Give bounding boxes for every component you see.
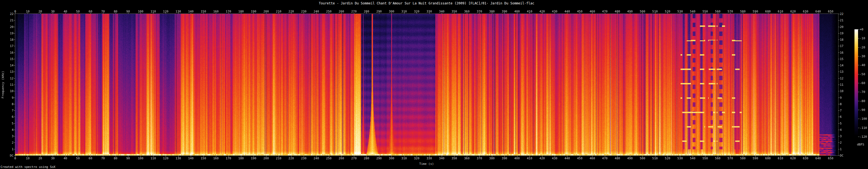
y-tick-label-right: 5 — [840, 122, 842, 125]
axis-tick — [617, 12, 618, 14]
axis-tick — [529, 12, 530, 14]
axis-tick — [28, 156, 28, 157]
x-tick-label-bottom: 450 — [574, 157, 586, 160]
x-tick-label-bottom: 420 — [536, 157, 548, 160]
axis-tick — [379, 12, 379, 14]
axis-tick — [858, 92, 860, 92]
axis-tick — [14, 117, 15, 117]
colorbar-unit-label: dBFS — [857, 143, 864, 146]
axis-tick — [228, 156, 229, 157]
x-tick-label-bottom: 330 — [423, 157, 435, 160]
x-tick-label-bottom: 350 — [448, 157, 460, 160]
axis-tick — [14, 85, 15, 85]
colorbar-tick-label: +0 — [860, 28, 863, 31]
axis-tick — [492, 12, 492, 14]
axis-tick — [191, 156, 191, 157]
colorbar-tick-label: -110 — [860, 126, 867, 130]
x-tick-label-bottom: 180 — [235, 157, 247, 160]
x-tick-label-bottom: 580 — [737, 157, 749, 160]
axis-tick — [492, 156, 492, 157]
axis-tick — [858, 65, 860, 65]
axis-tick — [806, 156, 806, 157]
axis-tick — [216, 156, 216, 157]
axis-tick — [329, 12, 329, 14]
frequency-axis-label: Frequency (kHz) — [1, 71, 5, 98]
x-tick-label-bottom: 320 — [410, 157, 423, 160]
x-tick-label-bottom: 610 — [774, 157, 786, 160]
axis-tick — [780, 12, 781, 14]
axis-tick — [153, 12, 154, 14]
x-tick-label-bottom: 100 — [134, 157, 147, 160]
chart-title: Tourette - Jardin Du Sommeil Chant D'Amo… — [319, 1, 534, 5]
credit-text: Created with spectro using SoX — [1, 165, 56, 169]
y-tick-label-right: 10 — [840, 89, 843, 93]
y-tick-label-right: 15 — [840, 57, 843, 61]
y-tick-label-left: 7 — [3, 109, 13, 112]
x-tick-label-bottom: 130 — [172, 157, 184, 160]
axis-tick — [15, 12, 16, 14]
axis-tick — [266, 156, 267, 157]
x-tick-label-bottom: 140 — [185, 157, 197, 160]
y-tick-label-left: 21 — [3, 19, 13, 22]
axis-tick — [14, 20, 15, 21]
x-tick-label-bottom: 340 — [436, 157, 448, 160]
x-tick-label-bottom: 560 — [712, 157, 724, 160]
colorbar-tick-label: -80 — [860, 99, 865, 103]
axis-tick — [605, 12, 605, 14]
axis-tick — [838, 14, 840, 14]
x-tick-label-bottom: 460 — [586, 157, 598, 160]
axis-tick — [542, 12, 542, 14]
x-tick-label-bottom: 390 — [498, 157, 510, 160]
axis-tick — [504, 156, 505, 157]
axis-tick — [15, 156, 16, 157]
x-tick-label-bottom: 50 — [72, 157, 84, 160]
axis-tick — [304, 156, 304, 157]
axis-tick — [141, 156, 141, 157]
axis-tick — [53, 156, 53, 157]
axis-tick — [755, 156, 756, 157]
axis-tick — [128, 12, 128, 14]
x-tick-label-bottom: 510 — [649, 157, 661, 160]
axis-tick — [228, 12, 229, 14]
x-tick-label-bottom: 110 — [147, 157, 159, 160]
spectrogram-heatmap — [15, 14, 838, 156]
y-tick-label-left: 16 — [3, 51, 13, 55]
axis-tick — [78, 12, 78, 14]
axis-tick — [768, 12, 768, 14]
axis-tick — [567, 156, 567, 157]
axis-tick — [858, 29, 860, 30]
x-tick-label-bottom: 160 — [210, 157, 222, 160]
axis-tick — [279, 12, 279, 14]
y-tick-label-left: 15 — [3, 57, 13, 61]
y-tick-label-right: 19 — [840, 31, 843, 35]
axis-tick — [655, 156, 655, 157]
axis-tick — [793, 12, 793, 14]
y-tick-label-left: DC — [3, 154, 13, 158]
axis-tick — [730, 12, 731, 14]
axis-tick — [858, 128, 860, 128]
x-tick-label-bottom: 230 — [298, 157, 310, 160]
axis-tick — [858, 47, 860, 48]
axis-tick — [53, 12, 53, 14]
axis-tick — [743, 156, 743, 157]
colorbar — [855, 29, 858, 137]
axis-tick — [838, 110, 840, 111]
axis-tick — [838, 33, 840, 33]
x-tick-label-bottom: 90 — [122, 157, 134, 160]
axis-tick — [838, 142, 840, 143]
x-tick-label-bottom: 200 — [260, 157, 272, 160]
colorbar-tick-label: -70 — [860, 90, 865, 94]
axis-tick — [14, 149, 15, 149]
axis-tick — [14, 72, 15, 72]
axis-tick — [858, 56, 860, 56]
colorbar-tick-label: -60 — [860, 81, 865, 85]
axis-tick — [316, 156, 317, 157]
x-tick-label-bottom: 600 — [762, 157, 774, 160]
axis-tick — [838, 72, 840, 72]
axis-tick — [592, 156, 592, 157]
axis-tick — [241, 156, 241, 157]
axis-tick — [617, 156, 618, 157]
axis-tick — [630, 156, 630, 157]
x-tick-label-bottom: 590 — [749, 157, 762, 160]
axis-tick — [838, 136, 840, 136]
